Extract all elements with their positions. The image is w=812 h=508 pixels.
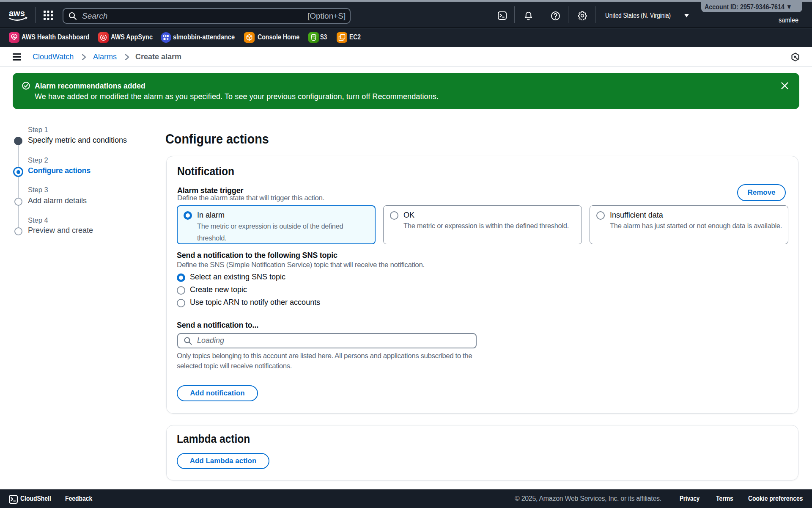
svg-text:aws: aws <box>9 8 25 18</box>
